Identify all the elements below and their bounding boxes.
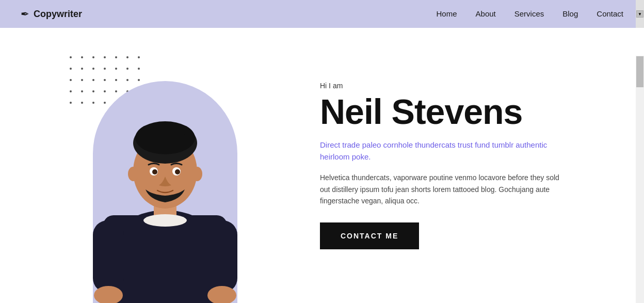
- nav-services[interactable]: Services: [514, 9, 544, 18]
- nav-about[interactable]: About: [476, 9, 496, 18]
- hero-name: Neil Stevens: [320, 94, 613, 129]
- person-illustration: [88, 71, 243, 303]
- nav-contact[interactable]: Contact: [597, 9, 623, 18]
- dot: [115, 56, 117, 58]
- svg-point-10: [175, 169, 180, 174]
- dot: [70, 90, 72, 92]
- dot: [70, 102, 72, 104]
- scrollbar-top-btn[interactable]: ▼: [636, 0, 644, 28]
- dot: [81, 56, 83, 58]
- svg-rect-13: [93, 220, 124, 293]
- hero-text-section: Hi I am Neil Stevens Direct trade paleo …: [289, 28, 644, 303]
- dot: [70, 56, 72, 58]
- logo-text: Copywriter: [34, 9, 82, 20]
- hi-label: Hi I am: [320, 82, 613, 90]
- dot: [70, 68, 72, 70]
- dot: [104, 56, 106, 58]
- dot: [70, 79, 72, 81]
- scroll-down-icon[interactable]: ▼: [636, 10, 643, 18]
- hero-tagline: Direct trade paleo cornhole thundercats …: [320, 139, 568, 163]
- navbar: ✒ Copywriter Home About Services Blog Co…: [0, 0, 644, 28]
- dot: [126, 56, 128, 58]
- scrollbar-thumb[interactable]: [636, 56, 643, 87]
- contact-me-button[interactable]: CONTACT ME: [320, 222, 419, 249]
- person-container: [83, 60, 248, 303]
- logo[interactable]: ✒ Copywriter: [21, 8, 82, 20]
- hero-description: Helvetica thundercats, vaporware poutine…: [320, 172, 568, 206]
- dot: [138, 56, 140, 58]
- hero-image-section: [0, 28, 289, 303]
- page-scrollbar[interactable]: [636, 56, 644, 303]
- nav-menu: Home About Services Blog Contact: [437, 9, 623, 19]
- nav-blog[interactable]: Blog: [562, 9, 578, 18]
- logo-icon: ✒: [21, 8, 29, 20]
- svg-rect-14: [206, 220, 237, 293]
- nav-home[interactable]: Home: [437, 9, 457, 18]
- person-photo: [83, 60, 248, 303]
- svg-point-3: [143, 214, 187, 227]
- svg-point-12: [192, 167, 202, 181]
- main-content: Hi I am Neil Stevens Direct trade paleo …: [0, 28, 644, 303]
- dot: [92, 56, 94, 58]
- svg-point-9: [152, 169, 157, 174]
- svg-point-11: [128, 167, 138, 181]
